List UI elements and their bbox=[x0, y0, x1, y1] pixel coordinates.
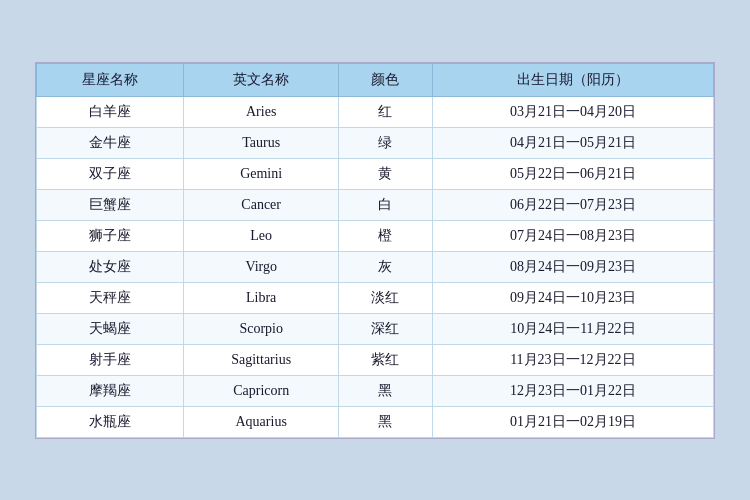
cell-english-name: Taurus bbox=[184, 127, 339, 158]
cell-color: 橙 bbox=[339, 220, 433, 251]
cell-chinese-name: 巨蟹座 bbox=[37, 189, 184, 220]
cell-chinese-name: 白羊座 bbox=[37, 96, 184, 127]
header-chinese-name: 星座名称 bbox=[37, 63, 184, 96]
cell-dates: 07月24日一08月23日 bbox=[432, 220, 713, 251]
header-dates: 出生日期（阳历） bbox=[432, 63, 713, 96]
cell-dates: 09月24日一10月23日 bbox=[432, 282, 713, 313]
cell-color: 深红 bbox=[339, 313, 433, 344]
cell-color: 黑 bbox=[339, 406, 433, 437]
header-english-name: 英文名称 bbox=[184, 63, 339, 96]
cell-english-name: Aries bbox=[184, 96, 339, 127]
table-row: 巨蟹座Cancer白06月22日一07月23日 bbox=[37, 189, 714, 220]
cell-dates: 05月22日一06月21日 bbox=[432, 158, 713, 189]
zodiac-table-container: 星座名称 英文名称 颜色 出生日期（阳历） 白羊座Aries红03月21日一04… bbox=[35, 62, 715, 439]
table-row: 天蝎座Scorpio深红10月24日一11月22日 bbox=[37, 313, 714, 344]
cell-dates: 08月24日一09月23日 bbox=[432, 251, 713, 282]
cell-dates: 01月21日一02月19日 bbox=[432, 406, 713, 437]
table-row: 金牛座Taurus绿04月21日一05月21日 bbox=[37, 127, 714, 158]
cell-english-name: Gemini bbox=[184, 158, 339, 189]
cell-english-name: Cancer bbox=[184, 189, 339, 220]
cell-chinese-name: 射手座 bbox=[37, 344, 184, 375]
cell-dates: 04月21日一05月21日 bbox=[432, 127, 713, 158]
cell-color: 白 bbox=[339, 189, 433, 220]
cell-dates: 11月23日一12月22日 bbox=[432, 344, 713, 375]
cell-english-name: Aquarius bbox=[184, 406, 339, 437]
cell-english-name: Leo bbox=[184, 220, 339, 251]
cell-chinese-name: 天蝎座 bbox=[37, 313, 184, 344]
cell-english-name: Sagittarius bbox=[184, 344, 339, 375]
cell-dates: 06月22日一07月23日 bbox=[432, 189, 713, 220]
cell-chinese-name: 金牛座 bbox=[37, 127, 184, 158]
cell-chinese-name: 双子座 bbox=[37, 158, 184, 189]
zodiac-table: 星座名称 英文名称 颜色 出生日期（阳历） 白羊座Aries红03月21日一04… bbox=[36, 63, 714, 438]
header-color: 颜色 bbox=[339, 63, 433, 96]
cell-english-name: Virgo bbox=[184, 251, 339, 282]
cell-color: 绿 bbox=[339, 127, 433, 158]
cell-english-name: Libra bbox=[184, 282, 339, 313]
cell-dates: 10月24日一11月22日 bbox=[432, 313, 713, 344]
cell-chinese-name: 水瓶座 bbox=[37, 406, 184, 437]
cell-color: 黑 bbox=[339, 375, 433, 406]
table-row: 处女座Virgo灰08月24日一09月23日 bbox=[37, 251, 714, 282]
cell-dates: 12月23日一01月22日 bbox=[432, 375, 713, 406]
table-row: 摩羯座Capricorn黑12月23日一01月22日 bbox=[37, 375, 714, 406]
cell-color: 淡红 bbox=[339, 282, 433, 313]
table-row: 射手座Sagittarius紫红11月23日一12月22日 bbox=[37, 344, 714, 375]
table-row: 双子座Gemini黄05月22日一06月21日 bbox=[37, 158, 714, 189]
table-body: 白羊座Aries红03月21日一04月20日金牛座Taurus绿04月21日一0… bbox=[37, 96, 714, 437]
table-row: 狮子座Leo橙07月24日一08月23日 bbox=[37, 220, 714, 251]
cell-english-name: Scorpio bbox=[184, 313, 339, 344]
cell-chinese-name: 处女座 bbox=[37, 251, 184, 282]
cell-chinese-name: 狮子座 bbox=[37, 220, 184, 251]
table-header-row: 星座名称 英文名称 颜色 出生日期（阳历） bbox=[37, 63, 714, 96]
cell-color: 紫红 bbox=[339, 344, 433, 375]
table-row: 天秤座Libra淡红09月24日一10月23日 bbox=[37, 282, 714, 313]
cell-dates: 03月21日一04月20日 bbox=[432, 96, 713, 127]
cell-english-name: Capricorn bbox=[184, 375, 339, 406]
cell-color: 黄 bbox=[339, 158, 433, 189]
cell-chinese-name: 摩羯座 bbox=[37, 375, 184, 406]
cell-chinese-name: 天秤座 bbox=[37, 282, 184, 313]
cell-color: 灰 bbox=[339, 251, 433, 282]
table-row: 水瓶座Aquarius黑01月21日一02月19日 bbox=[37, 406, 714, 437]
cell-color: 红 bbox=[339, 96, 433, 127]
table-row: 白羊座Aries红03月21日一04月20日 bbox=[37, 96, 714, 127]
